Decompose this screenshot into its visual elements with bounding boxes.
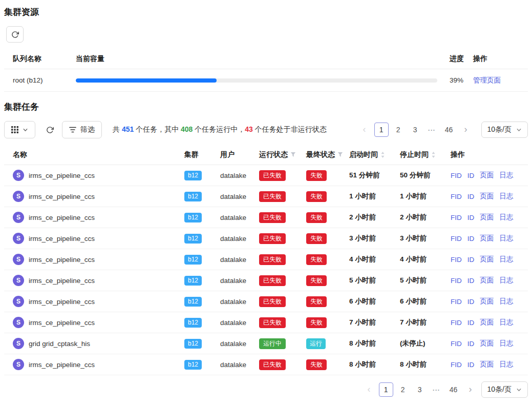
action-link-page[interactable]: 页面 <box>480 297 494 306</box>
action-link-id[interactable]: ID <box>467 340 475 348</box>
spark-avatar: S <box>13 275 24 286</box>
start-time: 2 小时前 <box>349 213 400 222</box>
action-link-page[interactable]: 页面 <box>480 213 494 222</box>
action-link-log[interactable]: 日志 <box>499 234 513 243</box>
action-link-fid[interactable]: FID <box>451 319 462 327</box>
action-link-id[interactable]: ID <box>467 256 475 264</box>
action-link-page[interactable]: 页面 <box>480 192 494 201</box>
refresh-tasks-button[interactable] <box>42 121 57 138</box>
filter-button[interactable]: 筛选 <box>62 121 102 138</box>
action-link-fid[interactable]: FID <box>451 193 462 200</box>
pagination-page-46[interactable]: 46 <box>442 123 456 137</box>
action-link-fid[interactable]: FID <box>451 340 462 348</box>
final-status-cell: 运行 <box>306 338 349 349</box>
task-name: irms_ce_pipeline_ccs <box>29 214 95 221</box>
run-status-cell: 运行中 <box>259 338 306 349</box>
pagination-page-2[interactable]: 2 <box>391 123 406 137</box>
action-link-log[interactable]: 日志 <box>499 360 513 369</box>
action-link-fid[interactable]: FID <box>451 214 462 221</box>
pagination-page-2[interactable]: 2 <box>396 382 410 397</box>
manage-page-link[interactable]: 管理页面 <box>473 76 501 84</box>
view-layout-button[interactable] <box>4 121 35 138</box>
column-header-actions: 操作 <box>473 54 519 64</box>
final-status-cell: 失败 <box>306 212 349 223</box>
task-table-header: 名称 集群 用户 运行状态 最终状态 启动时间 停止时间 <box>4 145 528 165</box>
task-table-body: Sirms_ce_pipeline_ccsb12datalake已失败失败51 … <box>4 165 528 375</box>
pagination-page-3[interactable]: 3 <box>408 123 422 137</box>
action-link-page[interactable]: 页面 <box>480 276 494 285</box>
cluster-badge: b12 <box>184 339 202 349</box>
action-link-fid[interactable]: FID <box>451 235 462 242</box>
page-size-select-bottom[interactable]: 10条/页 <box>481 381 528 398</box>
action-link-id[interactable]: ID <box>467 298 475 306</box>
spark-avatar: S <box>13 317 24 328</box>
task-cluster-cell: b12 <box>184 255 220 265</box>
task-user: datalake <box>220 172 259 179</box>
pagination-page-1[interactable]: 1 <box>379 382 393 397</box>
action-link-log[interactable]: 日志 <box>499 213 513 222</box>
task-row: Sirms_ce_pipeline_ccsb12datalake已失败失败8 小… <box>4 354 528 375</box>
cluster-badge: b12 <box>184 318 202 328</box>
queue-table-header: 队列名称 当前容量 进度 操作 <box>4 49 528 69</box>
task-row: Sirms_ce_pipeline_ccsb12datalake已失败失败5 小… <box>4 270 528 291</box>
task-user: datalake <box>220 298 259 306</box>
run-status-badge: 已失败 <box>259 317 286 328</box>
final-status-badge: 失败 <box>306 191 327 202</box>
pagination-page-3[interactable]: 3 <box>413 382 427 397</box>
final-status-badge: 失败 <box>306 233 327 244</box>
pagination-page-1[interactable]: 1 <box>374 123 389 137</box>
stop-time: 5 小时前 <box>400 276 451 285</box>
action-link-log[interactable]: 日志 <box>499 255 513 264</box>
action-link-log[interactable]: 日志 <box>499 276 513 285</box>
summary-count: 451 <box>122 125 134 133</box>
sort-icon[interactable] <box>431 151 436 158</box>
task-cluster-cell: b12 <box>184 297 220 307</box>
run-status-cell: 已失败 <box>259 359 306 370</box>
start-time: 6 小时前 <box>349 297 400 306</box>
column-header-cluster: 集群 <box>184 150 220 159</box>
action-link-page[interactable]: 页面 <box>480 318 494 327</box>
action-link-page[interactable]: 页面 <box>480 234 494 243</box>
task-name-cell: Sirms_ce_pipeline_ccs <box>13 359 184 370</box>
action-link-fid[interactable]: FID <box>451 277 462 285</box>
pagination-next-icon[interactable]: › <box>463 382 478 397</box>
column-label: 最终状态 <box>306 150 335 159</box>
action-link-log[interactable]: 日志 <box>499 171 513 180</box>
pagination-page-46[interactable]: 46 <box>446 382 461 397</box>
action-link-page[interactable]: 页面 <box>480 360 494 369</box>
action-link-log[interactable]: 日志 <box>499 339 513 348</box>
action-link-fid[interactable]: FID <box>451 172 462 179</box>
pagination-bottom: ‹123•••46› <box>362 382 478 397</box>
action-link-fid[interactable]: FID <box>451 361 462 369</box>
task-name-cell: Sirms_ce_pipeline_ccs <box>13 191 184 202</box>
action-link-fid[interactable]: FID <box>451 256 462 264</box>
column-label: 用户 <box>220 150 235 159</box>
action-link-fid[interactable]: FID <box>451 298 462 306</box>
action-link-id[interactable]: ID <box>467 277 475 285</box>
action-link-page[interactable]: 页面 <box>480 171 494 180</box>
task-table: 名称 集群 用户 运行状态 最终状态 启动时间 停止时间 <box>4 145 528 375</box>
filter-funnel-icon[interactable] <box>337 152 343 157</box>
action-link-log[interactable]: 日志 <box>499 297 513 306</box>
action-link-id[interactable]: ID <box>467 214 475 221</box>
refresh-resources-button[interactable] <box>6 26 24 43</box>
action-link-page[interactable]: 页面 <box>480 339 494 348</box>
action-link-log[interactable]: 日志 <box>499 318 513 327</box>
pagination-next-icon[interactable]: › <box>459 123 473 137</box>
sort-icon[interactable] <box>380 151 385 158</box>
action-link-id[interactable]: ID <box>467 193 475 200</box>
task-user: datalake <box>220 277 259 285</box>
summary-text: 个任务处于非运行状态 <box>253 125 327 133</box>
action-link-log[interactable]: 日志 <box>499 192 513 201</box>
filter-funnel-icon[interactable] <box>290 152 296 157</box>
task-row: Sgrid grid_cptask_hisb12datalake运行中运行8 小… <box>4 333 528 354</box>
page-size-select-top[interactable]: 10条/页 <box>481 121 528 138</box>
action-link-id[interactable]: ID <box>467 235 475 242</box>
start-time: 7 小时前 <box>349 318 400 327</box>
action-link-id[interactable]: ID <box>467 361 475 369</box>
action-link-page[interactable]: 页面 <box>480 255 494 264</box>
action-link-id[interactable]: ID <box>467 319 475 327</box>
action-link-id[interactable]: ID <box>467 172 475 179</box>
final-status-badge: 失败 <box>306 275 327 286</box>
spark-avatar: S <box>13 212 24 223</box>
